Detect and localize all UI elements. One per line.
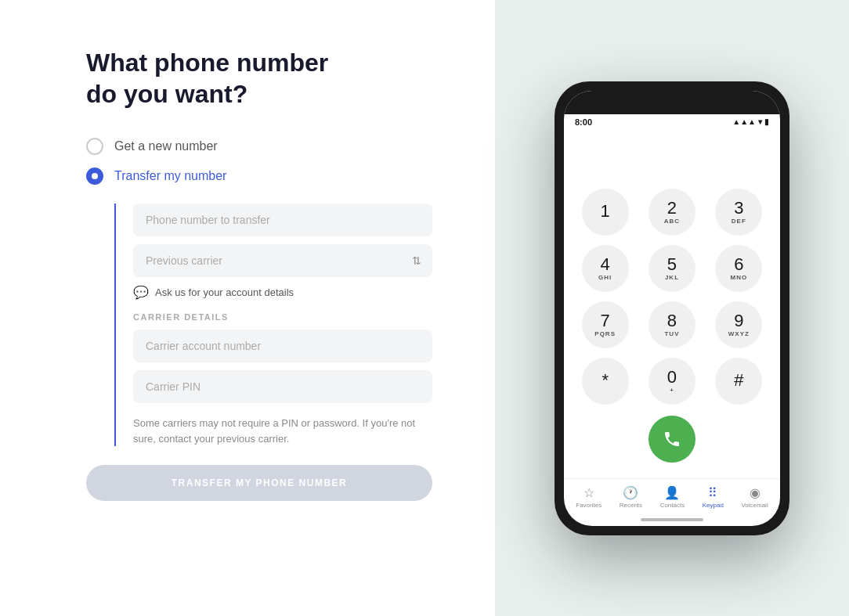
- favorites-icon: ☆: [583, 485, 594, 500]
- dial-key-0[interactable]: 0+: [648, 358, 695, 405]
- transfer-form-section: Previous carrier ⇅ 💬 Ask us for your acc…: [114, 204, 432, 446]
- carrier-details-label: CARRIER DETAILS: [133, 312, 432, 322]
- transfer-number-label: Transfer my number: [114, 169, 226, 183]
- phone-call-icon: [663, 430, 681, 448]
- dial-area: 1 2ABC 3DEF 4GHI 5JKL 6MNO 7PQRS 8TUV 9W…: [564, 130, 780, 478]
- nav-keypad-label: Keypad: [703, 502, 724, 509]
- dial-key-7[interactable]: 7PQRS: [582, 301, 629, 348]
- title-line2: do you want?: [86, 80, 247, 108]
- status-time: 8:00: [575, 117, 592, 127]
- voicemail-icon: ◉: [750, 485, 760, 500]
- ask-us-row[interactable]: 💬 Ask us for your account details: [133, 285, 432, 300]
- signal-icon: ▲▲▲: [732, 117, 756, 126]
- dial-key-2[interactable]: 2ABC: [648, 189, 695, 236]
- get-new-number-option[interactable]: Get a new number: [86, 138, 432, 155]
- radio-new-number[interactable]: [86, 138, 103, 155]
- home-indicator-bar: [641, 518, 703, 521]
- new-number-label: Get a new number: [114, 139, 218, 153]
- carrier-account-input[interactable]: [133, 330, 432, 362]
- phone-mockup: 8:00 ▲▲▲ ▾ ▮ 1 2ABC 3DEF 4GHI 5JKL 6MNO: [555, 81, 789, 535]
- call-button-row: [648, 416, 695, 463]
- carrier-pin-input[interactable]: [133, 370, 432, 403]
- notch-pill: [637, 95, 707, 106]
- previous-carrier-select[interactable]: Previous carrier: [133, 244, 432, 277]
- status-bar: 8:00 ▲▲▲ ▾ ▮: [564, 114, 780, 130]
- keypad-icon: ⠿: [708, 485, 717, 500]
- title-line1: What phone number: [86, 49, 328, 77]
- dial-key-hash[interactable]: #: [715, 358, 762, 405]
- page-title: What phone number do you want?: [86, 47, 432, 110]
- nav-contacts-label: Contacts: [660, 502, 685, 509]
- nav-favorites[interactable]: ☆ Favorites: [576, 485, 602, 509]
- ask-us-text: Ask us for your account details: [155, 286, 294, 298]
- radio-transfer[interactable]: [86, 168, 103, 185]
- wifi-icon: ▾: [758, 117, 762, 126]
- phone-notch: [564, 91, 780, 114]
- right-panel: 8:00 ▲▲▲ ▾ ▮ 1 2ABC 3DEF 4GHI 5JKL 6MNO: [495, 0, 849, 616]
- dial-key-3[interactable]: 3DEF: [715, 189, 762, 236]
- left-panel: What phone number do you want? Get a new…: [0, 0, 495, 616]
- bottom-nav: ☆ Favorites 🕐 Recents 👤 Contacts ⠿ Keypa…: [564, 478, 780, 513]
- nav-contacts[interactable]: 👤 Contacts: [660, 485, 685, 509]
- transfer-number-option[interactable]: Transfer my number: [86, 168, 432, 185]
- dial-key-6[interactable]: 6MNO: [715, 245, 762, 292]
- phone-transfer-input[interactable]: [133, 204, 432, 236]
- nav-voicemail-label: Voicemail: [741, 502, 768, 509]
- radio-group: Get a new number Transfer my number Prev…: [86, 138, 432, 446]
- nav-favorites-label: Favorites: [576, 502, 602, 509]
- recents-icon: 🕐: [623, 485, 638, 500]
- submit-button[interactable]: TRANSFER MY PHONE NUMBER: [86, 465, 432, 501]
- status-icons: ▲▲▲ ▾ ▮: [732, 117, 769, 126]
- dial-key-9[interactable]: 9WXYZ: [715, 301, 762, 348]
- chat-icon: 💬: [133, 285, 149, 300]
- battery-icon: ▮: [764, 117, 769, 126]
- contacts-icon: 👤: [664, 485, 680, 500]
- call-button[interactable]: [648, 416, 695, 463]
- phone-screen: 8:00 ▲▲▲ ▾ ▮ 1 2ABC 3DEF 4GHI 5JKL 6MNO: [564, 91, 780, 526]
- dial-key-star[interactable]: *: [582, 358, 629, 405]
- nav-recents-label: Recents: [620, 502, 642, 509]
- dial-key-8[interactable]: 8TUV: [648, 301, 695, 348]
- nav-voicemail[interactable]: ◉ Voicemail: [741, 485, 768, 509]
- carrier-select-wrapper: Previous carrier ⇅: [133, 244, 432, 277]
- nav-recents[interactable]: 🕐 Recents: [620, 485, 642, 509]
- dial-key-5[interactable]: 5JKL: [648, 245, 695, 292]
- home-indicator: [564, 513, 780, 526]
- dial-key-4[interactable]: 4GHI: [582, 245, 629, 292]
- dial-key-1[interactable]: 1: [582, 189, 629, 236]
- dial-grid: 1 2ABC 3DEF 4GHI 5JKL 6MNO 7PQRS 8TUV 9W…: [576, 189, 768, 405]
- note-text: Some carriers may not require a PIN or p…: [133, 416, 432, 446]
- nav-keypad[interactable]: ⠿ Keypad: [703, 485, 724, 509]
